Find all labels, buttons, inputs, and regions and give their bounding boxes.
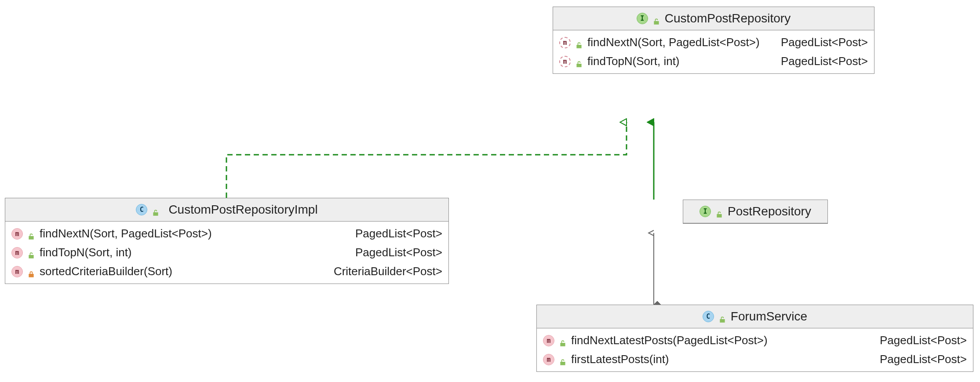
method-return-type: PagedList<Post> [880,334,967,347]
interface-custom-post-repository: I CustomPostRepository m findNextN(Sort,… [553,7,874,74]
unlock-icon [152,206,160,214]
class-name: PostRepository [728,204,811,218]
method-signature: firstLatestPosts(int) [571,353,669,366]
method-return-type: PagedList<Post> [781,55,868,68]
method-signature: findNextN(Sort, PagedList<Post>) [40,227,212,240]
class-icon: C [136,204,147,215]
method-return-type: PagedList<Post> [355,227,442,240]
method-signature: sortedCriteriaBuilder(Sort) [40,265,172,278]
method-return-type: CriteriaBuilder<Post> [334,265,442,278]
class-body: m findNextN(Sort, PagedList<Post>) Paged… [5,222,448,284]
class-name: CustomPostRepositoryImpl [168,203,317,217]
method-row: m firstLatestPosts(int) PagedList<Post> [543,350,967,369]
method-signature: findNextLatestPosts(PagedList<Post>) [571,334,768,347]
class-forum-service: C ForumService m findNextLatestPosts(Pag… [536,305,973,372]
class-custom-post-repository-impl: C CustomPostRepositoryImpl m findNextN(S… [5,198,449,284]
method-icon: m [11,247,23,258]
method-return-type: PagedList<Post> [781,36,868,49]
method-row: m findNextN(Sort, PagedList<Post>) Paged… [11,224,442,243]
method-signature: findTopN(Sort, int) [587,55,680,68]
method-icon: m [543,354,554,365]
method-row: m findNextLatestPosts(PagedList<Post>) P… [543,331,967,350]
method-signature: findNextN(Sort, PagedList<Post>) [587,36,760,49]
unlock-icon [575,58,583,65]
method-icon: m [543,335,554,346]
class-icon: C [703,311,714,322]
interface-post-repository: I PostRepository [683,200,828,224]
class-header: C CustomPostRepositoryImpl [5,198,448,222]
unlock-icon [715,207,723,215]
class-name: ForumService [731,309,807,324]
unlock-icon [652,15,660,22]
class-header: I PostRepository [683,200,827,223]
class-body: m findNextLatestPosts(PagedList<Post>) P… [537,328,973,371]
method-icon: m [11,228,23,240]
method-row: m findTopN(Sort, int) PagedList<Post> [559,52,868,71]
abstract-method-icon: m [559,37,571,48]
class-header: I CustomPostRepository [553,7,874,30]
class-header: C ForumService [537,305,973,328]
unlock-icon [575,39,583,47]
method-row: m findNextN(Sort, PagedList<Post>) Paged… [559,33,868,52]
unlock-icon [27,249,35,257]
method-return-type: PagedList<Post> [355,246,442,259]
class-body: m findNextN(Sort, PagedList<Post>) Paged… [553,30,874,73]
method-return-type: PagedList<Post> [880,353,967,366]
lock-icon [27,268,35,276]
unlock-icon [559,337,567,345]
method-signature: findTopN(Sort, int) [40,246,132,259]
unlock-icon [27,230,35,238]
uml-diagram: CustomPostRepository (generalization, so… [0,0,980,382]
interface-icon: I [637,13,648,24]
class-name: CustomPostRepository [665,11,791,25]
method-icon: m [11,266,23,277]
unlock-icon [718,313,726,320]
realization-arrow [226,122,627,198]
unlock-icon [559,356,567,364]
method-row: m findTopN(Sort, int) PagedList<Post> [11,243,442,262]
interface-icon: I [699,206,711,217]
abstract-method-icon: m [559,56,571,67]
method-row: m sortedCriteriaBuilder(Sort) CriteriaBu… [11,262,442,281]
